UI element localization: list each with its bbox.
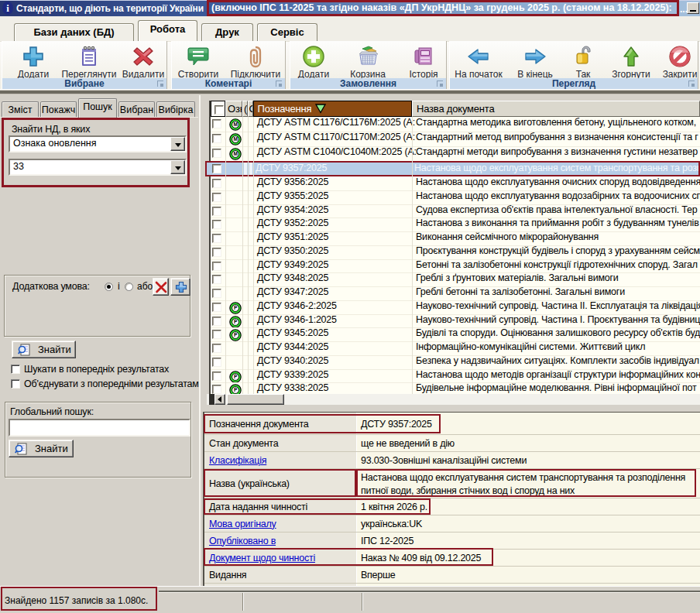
svg-text:М: М (233, 136, 237, 142)
svg-text:М: М (233, 151, 237, 156)
svg-text:М: М (233, 122, 237, 127)
